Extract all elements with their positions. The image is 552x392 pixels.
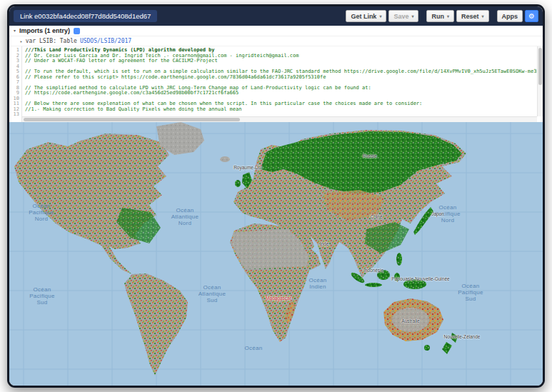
landmass-new-zealand-north [451,333,458,343]
chevron-down-icon[interactable]: ▾ [481,14,483,19]
chevron-down-icon[interactable]: ▾ [447,14,449,19]
vertical-scrollbar-thumb[interactable] [538,48,542,85]
browser-window: Link e0032bfa4decd08f77d8dd5408d1ed67 Ge… [7,4,545,388]
code-line[interactable]: // Under a WOCAT-FAO letter of agreement… [25,59,543,64]
landmass-south-america [124,273,188,376]
earth-engine-window: Link e0032bfa4decd08f77d8dd5408d1ed67 Ge… [9,6,543,386]
map-landmasses [14,122,466,376]
editor-vertical-scrollbar[interactable] [537,46,543,116]
horizontal-scrollbar-thumb[interactable] [24,118,240,121]
get-link-button[interactable]: Get Link ▾ [346,10,386,22]
run-label: Run [431,13,444,20]
run-reset-button-group: Run ▾ Reset ▾ [426,10,488,22]
gear-icon: ⚙ [528,12,535,20]
editor-code[interactable]: ///This Land Productivity Dynamics (LPD)… [22,46,543,122]
apps-button[interactable]: Apps [497,10,523,22]
reset-button[interactable]: Reset ▾ [456,10,489,22]
apps-label: Apps [502,13,518,20]
landmass-philippines [396,253,402,266]
import-script-icon[interactable] [74,28,80,34]
landmass-borneo [377,270,390,280]
import-asset-link[interactable]: USDOS/LSIB/2017 [80,38,131,44]
imports-title: Imports (1 entry) [19,27,70,34]
landmass-tasmania [424,345,430,351]
landmass-new-guinea [403,279,426,289]
landmass-new-zealand-south [442,342,452,354]
collapse-triangle-icon[interactable]: ▾ [14,29,16,33]
landmass-java [365,283,382,287]
code-line[interactable]: // Please refer to this script> https://… [25,75,543,81]
australia-interior-gray [392,308,429,332]
import-entry-declaration: var LSIB: Table [26,38,77,44]
code-line[interactable]: //1.- Making correction to Bad Quality P… [25,107,543,113]
save-button[interactable]: Save ▾ [388,10,418,22]
chevron-down-icon[interactable]: ▾ [411,14,413,19]
line-number: 13 [9,112,19,118]
save-label: Save [393,13,408,20]
chevron-down-icon[interactable]: ▾ [379,14,381,19]
landmass-sulawesi [394,273,400,281]
editor-gutter: 12345678910111213 [9,46,22,122]
settings-button[interactable]: ⚙ [525,10,538,22]
code-editor[interactable]: 12345678910111213 ///This Land Productiv… [9,46,543,122]
import-entry-row[interactable]: ▸ var LSIB: Table USDOS/LSIB/2017 [9,36,543,46]
script-link-label[interactable]: Link e0032bfa4decd08f77d8dd5408d1ed67 [14,10,157,22]
world-map-svg [9,122,543,386]
reset-label: Reset [461,13,479,20]
topbar: Link e0032bfa4decd08f77d8dd5408d1ed67 Ge… [9,6,543,26]
editor-horizontal-scrollbar[interactable] [22,116,537,122]
run-button[interactable]: Run ▾ [426,10,454,22]
landmass-iceland [220,156,230,162]
link-save-button-group: Get Link ▾ Save ▾ [346,10,418,22]
expand-triangle-icon[interactable]: ▸ [20,39,23,44]
landmass-ireland [235,180,241,187]
get-link-label: Get Link [351,13,376,20]
apps-settings-group: Apps ⚙ [497,10,539,22]
landmass-north-america [14,134,169,274]
imports-header[interactable]: ▾ Imports (1 entry) [9,26,543,36]
code-line[interactable]: // https://code.earthengine.google.com/c… [25,91,543,96]
map-canvas[interactable]: OcéanPacifiqueNordOcéanAtlantiqueNordOcé… [9,122,543,386]
